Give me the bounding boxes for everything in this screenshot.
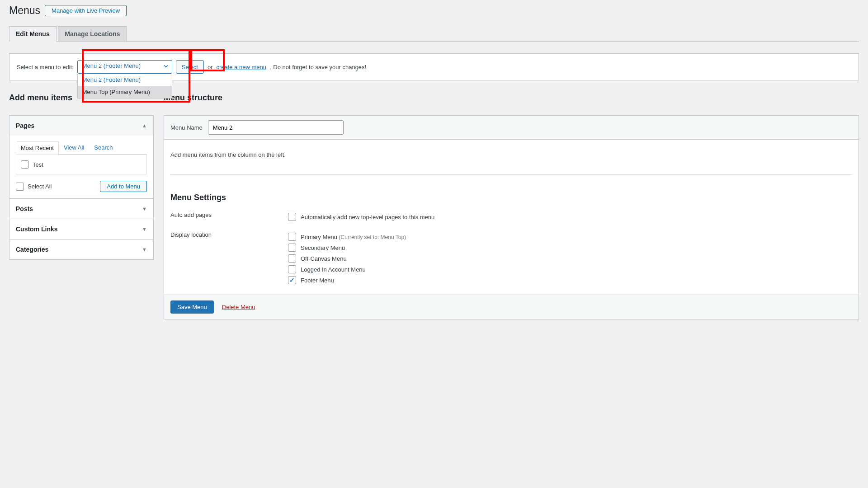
checkbox-test[interactable]	[21, 160, 29, 169]
menu-select[interactable]: Menu 2 (Footer Menu)	[77, 60, 172, 74]
menu-instruction: Add menu items from the column on the le…	[170, 151, 852, 175]
caret-down-icon: ▼	[142, 247, 147, 252]
location-label: Off-Canvas Menu	[301, 255, 347, 262]
add-to-menu-button[interactable]: Add to Menu	[100, 181, 147, 192]
page-item-test[interactable]: Test	[21, 160, 142, 169]
accordion-header-custom-links[interactable]: Custom Links ▼	[9, 219, 153, 239]
accordion-label-posts: Posts	[16, 205, 33, 212]
location-label: Footer Menu	[301, 277, 334, 284]
select-all-label: Select All	[28, 183, 52, 190]
pages-inner-tabs: Most Recent View All Search	[16, 141, 147, 155]
accordion-pages: Pages ▲ Most Recent View All Search T	[9, 116, 153, 199]
selector-suffix: . Do not forget to save your changes!	[270, 64, 366, 70]
delete-menu-link[interactable]: Delete Menu	[222, 304, 255, 310]
checkbox-footer[interactable]	[288, 276, 296, 284]
menu-name-input[interactable]	[208, 120, 344, 135]
accordion-categories: Categories ▼	[9, 239, 153, 259]
menu-select-value: Menu 2 (Footer Menu)	[82, 62, 141, 69]
accordion-label-categories: Categories	[16, 246, 48, 253]
auto-add-option-row[interactable]: Automatically add new top-level pages to…	[288, 211, 852, 222]
accordion-posts: Posts ▼	[9, 199, 153, 219]
live-preview-button[interactable]: Manage with Live Preview	[45, 5, 127, 16]
menu-select-dropdown: Menu 2 (Footer Menu) Menu Top (Primary M…	[77, 74, 172, 99]
menu-option-1[interactable]: Menu Top (Primary Menu)	[78, 86, 172, 98]
page-title: Menus	[9, 5, 40, 17]
menu-name-label: Menu Name	[170, 124, 203, 131]
create-new-menu-link[interactable]: create a new menu	[216, 64, 266, 70]
location-label: Logged In Account Menu	[301, 266, 366, 273]
checkbox-primary[interactable]	[288, 233, 296, 241]
location-logged-in[interactable]: Logged In Account Menu	[288, 264, 852, 275]
location-label: Secondary Menu	[301, 244, 345, 251]
inner-tab-recent[interactable]: Most Recent	[16, 141, 59, 155]
pages-checkbox-list: Test	[16, 155, 147, 174]
page-item-label: Test	[33, 161, 43, 168]
accordion-label-pages: Pages	[16, 122, 34, 129]
accordion-header-categories[interactable]: Categories ▼	[9, 239, 153, 259]
select-all-row[interactable]: Select All	[16, 182, 52, 192]
menu-settings-title: Menu Settings	[170, 193, 852, 202]
location-footer[interactable]: Footer Menu	[288, 275, 852, 286]
accordion-header-pages[interactable]: Pages ▲	[9, 116, 153, 136]
location-offcanvas[interactable]: Off-Canvas Menu	[288, 253, 852, 264]
location-secondary[interactable]: Secondary Menu	[288, 242, 852, 253]
menu-selector-bar: Select a menu to edit: Menu 2 (Footer Me…	[9, 53, 859, 80]
tab-manage-locations[interactable]: Manage Locations	[58, 26, 127, 41]
auto-add-label: Auto add pages	[170, 211, 270, 222]
save-menu-button[interactable]: Save Menu	[170, 300, 214, 314]
add-items-accordion: Pages ▲ Most Recent View All Search T	[9, 115, 154, 260]
inner-tab-view-all[interactable]: View All	[59, 141, 89, 154]
caret-down-icon: ▼	[142, 206, 147, 211]
checkbox-logged-in[interactable]	[288, 265, 296, 273]
nav-tabs: Edit Menus Manage Locations	[9, 26, 859, 42]
right-column-title: Menu structure	[164, 93, 859, 103]
auto-add-option-label: Automatically add new top-level pages to…	[301, 214, 434, 221]
checkbox-offcanvas[interactable]	[288, 254, 296, 263]
select-button[interactable]: Select	[176, 60, 204, 74]
location-note: (Currently set to: Menu Top)	[339, 234, 406, 240]
caret-up-icon: ▲	[142, 123, 147, 128]
accordion-custom-links: Custom Links ▼	[9, 219, 153, 239]
caret-down-icon: ▼	[142, 226, 147, 232]
checkbox-secondary[interactable]	[288, 244, 296, 252]
menu-structure-panel: Menu Name Add menu items from the column…	[164, 115, 859, 319]
selector-prefix: Select a menu to edit:	[17, 64, 74, 70]
location-label: Primary Menu	[301, 234, 337, 240]
display-location-label: Display location	[170, 231, 270, 286]
checkbox-auto-add[interactable]	[288, 213, 296, 221]
menu-select-container: Menu 2 (Footer Menu) Menu 2 (Footer Menu…	[77, 60, 172, 74]
or-text: or	[208, 64, 213, 70]
menu-option-0[interactable]: Menu 2 (Footer Menu)	[78, 74, 172, 86]
checkbox-select-all[interactable]	[16, 183, 24, 191]
location-primary[interactable]: Primary Menu (Currently set to: Menu Top…	[288, 231, 852, 242]
tab-edit-menus[interactable]: Edit Menus	[9, 26, 57, 42]
inner-tab-search[interactable]: Search	[89, 141, 118, 154]
accordion-header-posts[interactable]: Posts ▼	[9, 199, 153, 219]
accordion-label-custom-links: Custom Links	[16, 225, 58, 233]
